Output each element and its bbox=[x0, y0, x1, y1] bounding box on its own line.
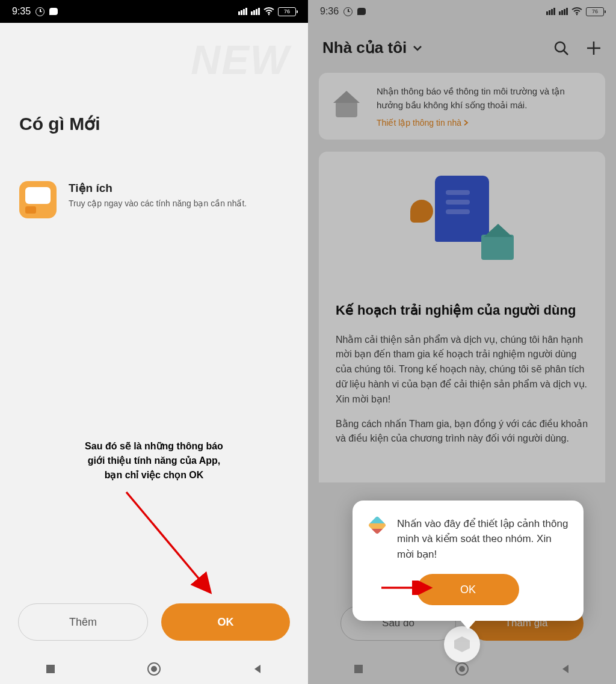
whats-new-title: Có gì Mới bbox=[19, 113, 308, 134]
svg-point-4 bbox=[151, 666, 157, 672]
svg-line-1 bbox=[126, 492, 211, 593]
widget-icon bbox=[19, 181, 57, 218]
signal-icon bbox=[238, 8, 247, 15]
feature-item: Tiện ích Truy cập ngay vào các tính năng… bbox=[0, 181, 308, 218]
right-screenshot: 9:36 76 Nhà của tôi bbox=[308, 0, 616, 684]
annotation-arrow bbox=[120, 487, 229, 608]
ok-button[interactable]: OK bbox=[161, 603, 290, 641]
bottom-buttons: Thêm OK bbox=[18, 603, 290, 641]
status-time: 9:35 bbox=[12, 6, 31, 17]
left-screenshot: 9:35 76 NEW Có gì Mới Tiện ích Truy cập … bbox=[0, 0, 308, 684]
cube-icon bbox=[367, 516, 387, 537]
annotation-text: Sau đó sẽ là những thông báo giới thiệu … bbox=[0, 439, 308, 482]
feature-desc: Truy cập ngay vào các tính năng bạn cần … bbox=[69, 199, 247, 208]
fab-button[interactable] bbox=[444, 626, 480, 662]
more-button[interactable]: Thêm bbox=[18, 603, 148, 641]
notification-icon bbox=[49, 8, 58, 15]
signal-icon-2 bbox=[251, 8, 260, 15]
new-watermark: NEW bbox=[191, 36, 290, 83]
popup-arrow bbox=[379, 581, 451, 595]
nav-home-icon[interactable] bbox=[147, 662, 161, 676]
battery-icon: 76 bbox=[278, 7, 296, 16]
tooltip-popup: Nhấn vào đây để thiết lập cảnh thông min… bbox=[353, 501, 584, 621]
nav-recent-icon[interactable] bbox=[45, 664, 56, 674]
status-bar: 9:35 76 bbox=[0, 0, 308, 23]
alarm-icon bbox=[35, 7, 45, 16]
nav-back-icon[interactable] bbox=[252, 664, 263, 674]
svg-rect-2 bbox=[46, 665, 55, 673]
svg-point-0 bbox=[268, 14, 270, 15]
wifi-icon bbox=[263, 7, 274, 16]
popup-text: Nhấn vào đây để thiết lập cảnh thông min… bbox=[397, 516, 569, 562]
cube-icon bbox=[454, 636, 470, 652]
nav-bar bbox=[0, 654, 308, 684]
feature-title: Tiện ích bbox=[69, 181, 247, 195]
